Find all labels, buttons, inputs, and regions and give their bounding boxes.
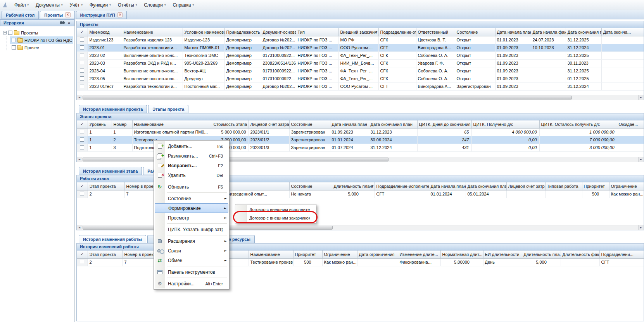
tree-item-niokr-goz[interactable]: НИОКР по ГОЗ без НДС [10, 36, 73, 44]
column-header[interactable]: Дата ограничения [357, 251, 398, 258]
row-checkbox[interactable] [80, 45, 84, 50]
filter-arrow-icon[interactable]: ▼ [371, 185, 373, 188]
column-header[interactable]: Дата окончания план [369, 120, 417, 128]
column-header[interactable]: Дата оконча... [601, 28, 644, 36]
menu-dictionaries[interactable]: Словари▾ [140, 1, 169, 9]
column-header[interactable]: Лицевой счёт затрат [249, 120, 289, 128]
column-header[interactable]: Наименование [249, 251, 293, 258]
menu-item-duplicate[interactable]: + Размножить... Ctrl+F3 [155, 151, 228, 161]
column-header[interactable]: Стоимость этапа [212, 120, 249, 128]
column-header[interactable]: Дата окончания план [466, 182, 506, 190]
column-header[interactable]: Изменение длите... [398, 251, 440, 258]
menu-reports[interactable]: Отчёты▾ [114, 1, 140, 9]
column-header[interactable]: Типовая работа [545, 182, 582, 190]
search-button[interactable] [59, 20, 66, 26]
column-header[interactable]: Внешний заказчик▼ [338, 28, 378, 36]
column-header[interactable]: Приоритет [582, 182, 609, 190]
column-header[interactable]: Наименование [132, 120, 212, 128]
scroll-left-icon[interactable]: ◄ [77, 225, 82, 230]
column-header[interactable]: Подразделени... [599, 251, 644, 258]
column-header[interactable]: Состояние [289, 120, 330, 128]
column-header[interactable]: Состояние [455, 28, 495, 36]
row-checkbox[interactable] [80, 61, 84, 65]
column-header[interactable]: Нормативная длит... [440, 251, 483, 258]
column-header[interactable]: ЦИТК. Осталось получить д/с [539, 120, 617, 128]
tree-checkbox[interactable] [12, 38, 16, 42]
row-checkbox[interactable] [80, 84, 84, 88]
menu-item-refresh[interactable]: ↻ Обновить F5 [155, 182, 228, 192]
column-header[interactable]: Тип [296, 28, 338, 36]
expander-icon[interactable] [3, 31, 7, 34]
column-header[interactable]: Дата начала план. [429, 182, 466, 190]
column-header[interactable]: Уровень [88, 120, 112, 128]
column-header[interactable]: Длительность пла... [522, 251, 561, 258]
scrollbar-thumb[interactable] [83, 158, 388, 161]
column-header[interactable]: Состояние [289, 182, 332, 190]
menu-item-toolbar-panel[interactable]: Панель инструментов [155, 267, 228, 277]
menu-item-extensions[interactable]: Расширения ► [155, 236, 228, 246]
menu-item-add[interactable]: + Добавить... Ins [155, 141, 228, 151]
select-all-header[interactable]: ✓ [77, 182, 88, 190]
table-row[interactable]: 11Изготовление опытной партии ПМ0...5 00… [77, 128, 644, 136]
table-row[interactable]: 2023-02Выполнение опытно-конс...Технолог… [77, 51, 644, 59]
column-header[interactable]: Мнемокод [88, 28, 122, 36]
menu-file[interactable]: Файл▾ [11, 1, 32, 9]
tab-desktop[interactable]: Рабочий стол [2, 11, 39, 19]
tab-work-history[interactable]: История изменений работы [79, 235, 146, 243]
column-header[interactable]: Дата окончания п... [566, 28, 601, 36]
row-checkbox[interactable] [80, 145, 84, 149]
menu-item-citk-cost-code[interactable]: ЦИТК. Указать шифр затрат... [155, 225, 228, 234]
menu-help[interactable]: Справка▾ [169, 1, 197, 9]
tab-project-history[interactable]: История изменений проекта [79, 105, 147, 113]
column-header[interactable]: Этап проекта [88, 251, 123, 258]
scroll-right-icon[interactable]: ► [638, 157, 644, 162]
close-tab-icon[interactable]: ✕ [65, 12, 71, 17]
tab-instructions[interactable]: Инструкции ПУП✕ [76, 11, 127, 19]
column-header[interactable]: Номер [112, 120, 132, 128]
select-all-header[interactable]: ✓ [77, 28, 88, 36]
column-header[interactable]: ЦИТК. Получено д/с [471, 120, 539, 128]
column-header[interactable]: Лицевой счёт затр... [506, 182, 545, 190]
tree-checkbox[interactable] [8, 31, 12, 35]
menu-item-view[interactable]: Просмотр ► [155, 213, 228, 223]
collapse-panel-button[interactable]: « [66, 20, 73, 26]
table-row[interactable]: 2023-01Разработка технологии и...Магнит … [77, 44, 644, 51]
column-header[interactable]: Ожидае... [617, 120, 644, 128]
table-row[interactable]: 2023-01тестРазработка технологии и...Пос… [77, 82, 644, 90]
column-header[interactable]: Ограничение [322, 251, 357, 258]
menu-item-formation[interactable]: Формирование ► [155, 203, 228, 213]
table-row[interactable]: Изделие123Разработка изделия 123Изделие-… [77, 36, 644, 44]
tab-project-stages[interactable]: Этапы проекта [148, 105, 188, 113]
column-header[interactable]: Подразделение-исполнитель... [375, 182, 429, 190]
row-checkbox[interactable] [80, 69, 84, 73]
column-header[interactable]: Этап проекта [88, 182, 124, 190]
column-header[interactable]: ЕИ длительности [483, 251, 522, 258]
column-header[interactable]: Длительность фак... [561, 251, 599, 258]
scroll-right-icon[interactable]: ► [638, 95, 644, 100]
table-row[interactable]: 2023-03Разработка ЭКД и РКД н...905-U020… [77, 59, 644, 67]
column-header[interactable]: Подразделение-от... [378, 28, 416, 36]
column-header[interactable]: Документ-основан... [261, 28, 296, 36]
menu-item-settings[interactable]: ⚙ Настройки... Alt+Enter [155, 279, 228, 288]
tree-item-projects[interactable]: Проекты [2, 29, 73, 36]
tree-checkbox[interactable] [12, 45, 16, 50]
column-header[interactable]: Принадлежность [224, 28, 261, 36]
column-header[interactable]: Дата начала план [330, 120, 369, 128]
menu-documents[interactable]: Документы▾ [32, 1, 66, 9]
row-checkbox[interactable] [80, 130, 84, 134]
submenu-item-contract-external-customer[interactable]: Договор с внешним заказчиком... [236, 214, 315, 222]
row-checkbox[interactable] [80, 76, 84, 81]
column-header[interactable]: Номер в проекте [123, 251, 155, 258]
menu-item-edit[interactable]: Исправить... F2 [155, 161, 228, 170]
column-header[interactable]: Дата начала факт. [531, 28, 566, 36]
column-header[interactable]: Длительность план.▼ [332, 182, 375, 190]
horizontal-scrollbar[interactable]: ◄ ► [77, 95, 644, 100]
column-header[interactable]: Приоритет [293, 251, 322, 258]
column-header[interactable]: Ограничение [609, 182, 644, 190]
column-header[interactable]: Ответственный [416, 28, 455, 36]
close-tab-icon[interactable]: ✕ [117, 12, 123, 17]
scrollbar-track[interactable] [82, 95, 638, 100]
select-all-header[interactable]: ✓ [77, 120, 88, 128]
filter-arrow-icon[interactable]: ▼ [375, 31, 377, 34]
column-header[interactable]: Наименование [122, 28, 183, 36]
